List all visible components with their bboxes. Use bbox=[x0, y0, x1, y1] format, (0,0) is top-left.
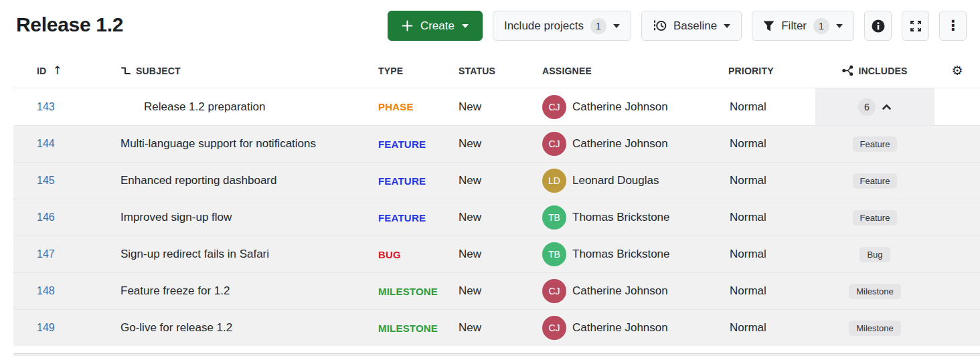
includes-cell[interactable]: Feature bbox=[815, 199, 934, 236]
status-label[interactable]: New bbox=[459, 284, 481, 298]
work-package-id-link[interactable]: 146 bbox=[37, 211, 55, 224]
column-header-priority[interactable]: PRIORITY bbox=[728, 66, 815, 76]
filter-funnel-icon bbox=[763, 21, 774, 31]
subject-text[interactable]: Release 1.2 preparation bbox=[144, 100, 265, 114]
subject-text[interactable]: Multi-language support for notifications bbox=[120, 137, 316, 151]
table-row[interactable]: 148 Feature freeze for 1.2 MILESTONE New… bbox=[13, 272, 980, 309]
assignee-name[interactable]: Catherine Johnson bbox=[572, 100, 668, 114]
table-row[interactable]: 149 Go-live for release 1.2 MILESTONE Ne… bbox=[13, 309, 980, 346]
column-header-id[interactable]: ID ↑ bbox=[13, 65, 114, 76]
priority-label[interactable]: Normal bbox=[730, 137, 766, 151]
includes-cell[interactable]: Milestone bbox=[815, 273, 934, 309]
priority-label[interactable]: Normal bbox=[730, 211, 766, 224]
avatar: TB bbox=[542, 205, 566, 230]
assignee-name[interactable]: Thomas Brickstone bbox=[572, 248, 670, 261]
status-label[interactable]: New bbox=[459, 100, 481, 114]
priority-label[interactable]: Normal bbox=[730, 100, 766, 114]
status-label[interactable]: New bbox=[459, 248, 481, 261]
column-header-type[interactable]: TYPE bbox=[378, 66, 459, 76]
includes-type-chip[interactable]: Bug bbox=[860, 247, 890, 262]
table-settings-button[interactable]: ⚙ bbox=[934, 64, 980, 77]
include-projects-label: Include projects bbox=[504, 19, 584, 33]
type-label[interactable]: PHASE bbox=[378, 101, 414, 112]
table-row[interactable]: 147 Sign-up redirect fails in Safari BUG… bbox=[13, 236, 980, 272]
create-button[interactable]: Create bbox=[388, 11, 483, 41]
filter-count-badge: 1 bbox=[813, 18, 829, 34]
gear-icon: ⚙ bbox=[951, 64, 963, 77]
table-row[interactable]: 146 Improved sign-up flow FEATURE New TB… bbox=[13, 199, 980, 236]
priority-label[interactable]: Normal bbox=[730, 174, 766, 187]
column-header-assignee[interactable]: ASSIGNEE bbox=[542, 66, 728, 76]
work-package-id-link[interactable]: 144 bbox=[37, 138, 55, 150]
toolbar: Create Include projects 1 Baseline bbox=[388, 11, 967, 41]
assignee-name[interactable]: Catherine Johnson bbox=[572, 284, 668, 298]
horizontal-scrollbar-track[interactable] bbox=[13, 353, 980, 356]
type-label[interactable]: FEATURE bbox=[378, 139, 426, 150]
avatar: CJ bbox=[542, 316, 566, 340]
work-package-id-link[interactable]: 145 bbox=[37, 175, 55, 187]
work-package-id-link[interactable]: 143 bbox=[37, 101, 55, 113]
column-header-subject[interactable]: SUBJECT bbox=[114, 66, 378, 76]
includes-cell[interactable]: Feature bbox=[815, 126, 934, 162]
column-header-status[interactable]: STATUS bbox=[459, 66, 542, 76]
table-row[interactable]: 143 Release 1.2 preparation PHASE New CJ… bbox=[13, 88, 980, 125]
status-label[interactable]: New bbox=[459, 321, 481, 335]
create-button-label: Create bbox=[420, 19, 455, 33]
chevron-down-icon bbox=[836, 24, 843, 28]
fullscreen-button[interactable] bbox=[902, 11, 929, 41]
subject-text[interactable]: Enhanced reporting dashboard bbox=[120, 174, 276, 187]
table-body: 143 Release 1.2 preparation PHASE New CJ… bbox=[13, 88, 980, 346]
includes-type-chip[interactable]: Feature bbox=[853, 173, 898, 189]
includes-count-badge[interactable]: 6 bbox=[858, 98, 876, 116]
assignee-name[interactable]: Leonard Douglas bbox=[572, 174, 659, 187]
subject-text[interactable]: Feature freeze for 1.2 bbox=[120, 284, 230, 298]
table-row[interactable]: 144 Multi-language support for notificat… bbox=[13, 125, 980, 162]
includes-type-chip[interactable]: Milestone bbox=[849, 321, 901, 336]
includes-cell[interactable]: 6 bbox=[815, 88, 934, 125]
hierarchy-icon bbox=[120, 66, 131, 76]
subject-text[interactable]: Sign-up redirect fails in Safari bbox=[120, 248, 269, 261]
type-label[interactable]: FEATURE bbox=[378, 212, 426, 224]
subject-text[interactable]: Go-live for release 1.2 bbox=[120, 321, 232, 335]
top-bar: Release 1.2 Create Include projects 1 bbox=[0, 0, 980, 54]
more-menu-button[interactable]: ⋮ bbox=[939, 11, 967, 41]
avatar: CJ bbox=[542, 95, 566, 119]
info-button[interactable] bbox=[864, 11, 892, 41]
type-label[interactable]: BUG bbox=[378, 249, 401, 260]
includes-cell[interactable]: Milestone bbox=[815, 310, 934, 346]
priority-label[interactable]: Normal bbox=[730, 321, 766, 335]
chevron-down-icon bbox=[613, 24, 620, 28]
baseline-button[interactable]: Baseline bbox=[641, 11, 742, 41]
assignee-name[interactable]: Catherine Johnson bbox=[572, 321, 668, 335]
page-title: Release 1.2 bbox=[16, 13, 123, 36]
collapse-chevron-up-icon[interactable] bbox=[882, 104, 892, 110]
include-projects-button[interactable]: Include projects 1 bbox=[493, 11, 631, 41]
assignee-name[interactable]: Catherine Johnson bbox=[572, 137, 668, 151]
includes-type-chip[interactable]: Feature bbox=[853, 210, 898, 226]
column-header-includes[interactable]: INCLUDES bbox=[815, 65, 934, 76]
avatar: TB bbox=[542, 242, 566, 266]
relations-icon bbox=[842, 65, 853, 76]
filter-button[interactable]: Filter 1 bbox=[752, 11, 854, 41]
status-label[interactable]: New bbox=[459, 211, 481, 224]
subject-text[interactable]: Improved sign-up flow bbox=[120, 211, 232, 224]
table-row[interactable]: 145 Enhanced reporting dashboard FEATURE… bbox=[13, 162, 980, 199]
work-package-id-link[interactable]: 149 bbox=[37, 322, 55, 334]
include-projects-count-badge: 1 bbox=[590, 18, 606, 34]
includes-cell[interactable]: Bug bbox=[815, 236, 934, 272]
type-label[interactable]: MILESTONE bbox=[378, 286, 438, 297]
plus-icon bbox=[402, 20, 413, 31]
assignee-name[interactable]: Thomas Brickstone bbox=[572, 211, 670, 224]
priority-label[interactable]: Normal bbox=[730, 284, 766, 298]
priority-label[interactable]: Normal bbox=[730, 248, 766, 261]
status-label[interactable]: New bbox=[459, 174, 481, 187]
chevron-down-icon bbox=[462, 24, 469, 28]
includes-cell[interactable]: Feature bbox=[815, 163, 934, 199]
type-label[interactable]: FEATURE bbox=[378, 175, 426, 187]
status-label[interactable]: New bbox=[459, 137, 481, 151]
includes-type-chip[interactable]: Milestone bbox=[849, 284, 901, 299]
work-package-id-link[interactable]: 147 bbox=[37, 248, 55, 260]
work-package-id-link[interactable]: 148 bbox=[37, 285, 55, 297]
type-label[interactable]: MILESTONE bbox=[378, 323, 438, 334]
includes-type-chip[interactable]: Feature bbox=[853, 137, 898, 152]
